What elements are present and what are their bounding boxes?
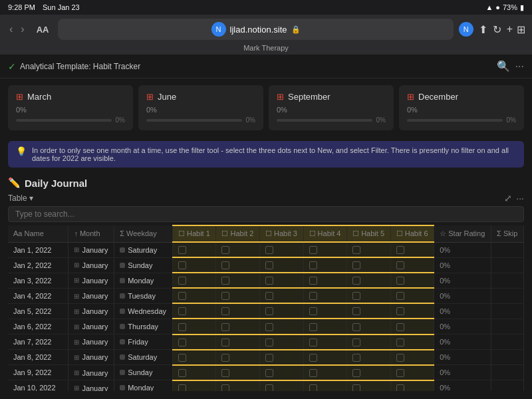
more-button[interactable]: ···	[515, 60, 524, 72]
checkbox-icon[interactable]	[221, 384, 229, 391]
checkbox-icon[interactable]	[265, 307, 273, 315]
checkbox-icon[interactable]	[221, 261, 229, 269]
checkbox-icon[interactable]	[396, 307, 404, 315]
name-col-icon: Aa	[13, 229, 22, 237]
checkbox-icon[interactable]	[178, 369, 186, 377]
checkbox-icon[interactable]	[352, 261, 360, 269]
back-button[interactable]: ‹	[7, 22, 15, 37]
notion-top-actions[interactable]: 🔍 ···	[497, 60, 524, 72]
checkbox-icon[interactable]	[221, 369, 229, 377]
checkbox-icon[interactable]	[221, 307, 229, 315]
checkbox-icon[interactable]	[396, 354, 404, 362]
expand-button[interactable]: ⤢	[504, 193, 512, 203]
checkbox-icon[interactable]	[309, 338, 317, 346]
habits-table: Aa Name ↑ Month Σ Weekday ☐ Habit 1 ☐ Ha…	[8, 225, 524, 391]
row-name: Jan 5, 2022	[13, 307, 52, 315]
checkbox-icon[interactable]	[352, 384, 360, 391]
checkbox-icon[interactable]	[352, 338, 360, 346]
checkbox-icon[interactable]	[352, 354, 360, 362]
month-card-june[interactable]: ⊞ June 0% 0%	[138, 85, 263, 130]
row-weekday: Monday	[120, 384, 154, 391]
checkbox-icon[interactable]	[352, 292, 360, 300]
skip-col-icon: Σ	[497, 229, 501, 237]
search-input[interactable]	[8, 206, 524, 222]
tabs-button[interactable]: ⊞	[517, 23, 525, 36]
signal-icon: ●	[495, 3, 500, 11]
checkbox-icon[interactable]	[265, 246, 273, 254]
lock-icon: 🔒	[291, 25, 301, 34]
month-percent-march: 0%	[16, 106, 125, 114]
checkbox-icon[interactable]	[396, 261, 404, 269]
table-actions[interactable]: ⤢ ···	[504, 193, 524, 203]
month-card-december[interactable]: ⊞ December 0% 0%	[399, 85, 524, 130]
checkbox-icon[interactable]	[396, 277, 404, 285]
checkbox-icon[interactable]	[265, 354, 273, 362]
checkbox-icon[interactable]	[221, 292, 229, 300]
checkbox-icon[interactable]	[396, 323, 404, 331]
checkbox-icon[interactable]	[265, 369, 273, 377]
browser-nav[interactable]: ‹ ›	[7, 22, 27, 37]
new-tab-button[interactable]: +	[507, 23, 513, 36]
forward-button[interactable]: ›	[18, 22, 27, 37]
progress-label-december: 0%	[507, 116, 516, 124]
checkbox-icon[interactable]	[309, 369, 317, 377]
share-button[interactable]: ⬆	[479, 23, 487, 36]
checkbox-icon[interactable]	[309, 246, 317, 254]
row-month: January	[74, 307, 108, 315]
table-view-button[interactable]: Table ▾	[8, 194, 33, 203]
checkbox-icon[interactable]	[309, 261, 317, 269]
month-card-september[interactable]: ⊞ September 0% 0%	[269, 85, 394, 130]
checkbox-icon[interactable]	[265, 261, 273, 269]
checkbox-icon[interactable]	[221, 246, 229, 254]
checkbox-icon[interactable]	[309, 292, 317, 300]
checkbox-icon[interactable]	[178, 384, 186, 391]
checkbox-icon[interactable]	[265, 384, 273, 391]
aa-button[interactable]: AA	[33, 23, 53, 36]
calendar-icon-june: ⊞	[146, 92, 154, 102]
checkbox-icon[interactable]	[221, 277, 229, 285]
checkbox-icon[interactable]	[178, 261, 186, 269]
checkbox-icon[interactable]	[178, 354, 186, 362]
checkbox-icon[interactable]	[221, 338, 229, 346]
checkbox-icon[interactable]	[352, 369, 360, 377]
checkbox-icon[interactable]	[396, 338, 404, 346]
checkbox-icon[interactable]	[178, 338, 186, 346]
checkbox-icon[interactable]	[309, 384, 317, 391]
checkbox-icon[interactable]	[178, 307, 186, 315]
checkbox-icon[interactable]	[265, 323, 273, 331]
checkbox-icon[interactable]	[396, 292, 404, 300]
search-button[interactable]: 🔍	[497, 60, 510, 72]
checkbox-icon[interactable]	[265, 292, 273, 300]
checkbox-icon[interactable]	[396, 369, 404, 377]
checkbox-icon[interactable]	[396, 246, 404, 254]
checkbox-icon[interactable]	[352, 246, 360, 254]
row-name: Jan 1, 2022	[13, 246, 52, 254]
col-header-habit3: ☐ Habit 3	[260, 225, 304, 242]
checkbox-icon[interactable]	[221, 323, 229, 331]
checkbox-icon[interactable]	[178, 292, 186, 300]
checkbox-icon[interactable]	[309, 323, 317, 331]
checkbox-icon[interactable]	[352, 307, 360, 315]
date-display: Sun Jan 23	[43, 3, 80, 11]
col-header-rating: ☆ Star Rating	[434, 225, 491, 242]
checkbox-icon[interactable]	[178, 277, 186, 285]
checkbox-icon[interactable]	[178, 323, 186, 331]
checkbox-icon[interactable]	[352, 323, 360, 331]
checkbox-icon[interactable]	[178, 246, 186, 254]
month-percent-september: 0%	[277, 106, 386, 114]
checkbox-icon[interactable]	[265, 338, 273, 346]
url-bar[interactable]: N ljlad.notion.site 🔒	[58, 19, 453, 40]
checkbox-icon[interactable]	[309, 307, 317, 315]
checkbox-icon[interactable]	[221, 354, 229, 362]
refresh-button[interactable]: ↻	[493, 23, 501, 36]
checkbox-icon[interactable]	[265, 277, 273, 285]
checkbox-icon[interactable]	[309, 354, 317, 362]
checkbox-icon[interactable]	[352, 277, 360, 285]
row-rating: 0%	[440, 384, 450, 391]
table-more-button[interactable]: ···	[516, 193, 524, 203]
table-wrapper[interactable]: Aa Name ↑ Month Σ Weekday ☐ Habit 1 ☐ Ha…	[8, 225, 524, 391]
month-card-march[interactable]: ⊞ March 0% 0%	[8, 85, 133, 130]
row-name: Jan 4, 2022	[13, 292, 52, 300]
checkbox-icon[interactable]	[309, 277, 317, 285]
checkbox-icon[interactable]	[396, 384, 404, 391]
